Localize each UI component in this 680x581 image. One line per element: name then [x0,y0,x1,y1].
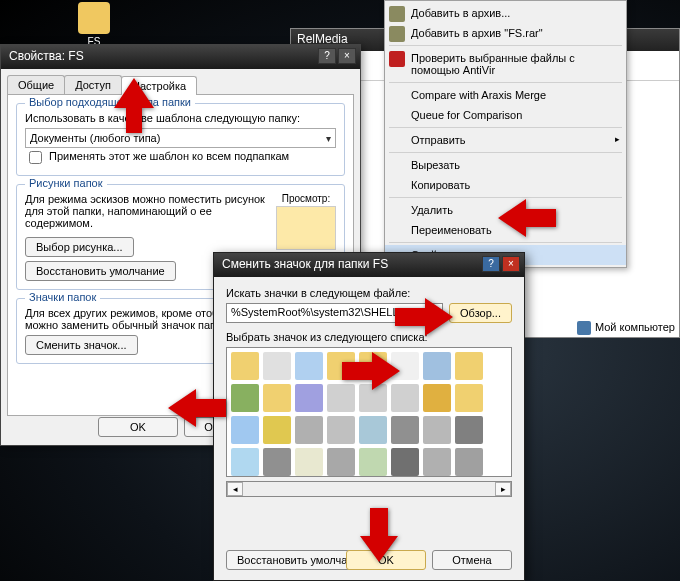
ctx-separator [389,127,622,128]
ctx-separator [389,82,622,83]
antivir-icon [389,51,405,67]
group-folder-icons-title: Значки папок [25,291,100,303]
icon-list-item[interactable] [423,416,451,444]
icon-list-item[interactable] [391,384,419,412]
ctx-copy[interactable]: Копировать [385,175,626,195]
context-menu: Добавить в архив... Добавить в архив "FS… [384,0,627,268]
computer-icon [577,321,591,335]
search-in-file-label: Искать значки в следующем файле: [226,287,512,299]
icon-list-item[interactable] [327,416,355,444]
archive-icon [389,26,405,42]
group-folder-pictures-title: Рисунки папок [25,177,107,189]
icon-list-item[interactable] [455,352,483,380]
group-folder-type: Выбор подходящего типа папки Использоват… [16,103,345,176]
change-icon-titlebar[interactable]: Сменить значок для папки FS ? × [214,253,524,277]
browse-button[interactable]: Обзор... [449,303,512,323]
template-label: Использовать в качестве шаблона следующу… [25,112,336,124]
tab-general[interactable]: Общие [7,75,65,94]
icon-list-item[interactable] [263,416,291,444]
icon-list-item[interactable] [391,416,419,444]
icon-list-item[interactable] [295,384,323,412]
icon-list-item[interactable] [295,416,323,444]
help-button[interactable]: ? [318,48,336,64]
icon-list-item[interactable] [423,384,451,412]
icon-list-item[interactable] [455,448,483,476]
ctx-check-antivir[interactable]: Проверить выбранные файлы с помощью Anti… [385,48,626,80]
icon-list-item[interactable] [231,352,259,380]
archive-icon [389,6,405,22]
ctx-send-to[interactable]: Отправить [385,130,626,150]
icon-path-input[interactable]: %SystemRoot%\system32\SHELL32.dll [226,303,443,323]
close-button[interactable]: × [338,48,356,64]
ctx-separator [389,242,622,243]
icon-list-item[interactable] [327,352,355,380]
icon-list-item[interactable] [263,448,291,476]
template-combobox[interactable]: Документы (любого типа) [25,128,336,148]
folder-icon [78,2,110,34]
tab-settings[interactable]: Настройка [121,76,197,95]
ctx-rename[interactable]: Переименовать [385,220,626,240]
apply-subfolders-input[interactable] [29,151,42,164]
icon-list-item[interactable] [327,448,355,476]
preview-label: Просмотр: [276,193,336,204]
change-icon-cancel-button[interactable]: Отмена [432,550,512,570]
icon-list-item[interactable] [263,384,291,412]
group-folder-type-title: Выбор подходящего типа папки [25,96,195,108]
change-icon-button[interactable]: Сменить значок... [25,335,138,355]
ctx-add-archive-fs[interactable]: Добавить в архив "FS.rar" [385,23,626,43]
icon-list-item[interactable] [359,352,387,380]
choose-picture-button[interactable]: Выбор рисунка... [25,237,134,257]
help-button[interactable]: ? [482,256,500,272]
icon-list-item[interactable] [263,352,291,380]
icon-list-item[interactable] [423,352,451,380]
tab-strip: Общие Доступ Настройка [1,69,360,94]
ctx-separator [389,45,622,46]
change-icon-dialog: Сменить значок для папки FS ? × Искать з… [213,252,525,581]
ctx-queue-compare[interactable]: Queue for Comparison [385,105,626,125]
icon-list-item[interactable] [359,448,387,476]
properties-titlebar[interactable]: Свойства: FS ? × [1,45,360,69]
icon-list-item[interactable] [327,384,355,412]
icon-list-item[interactable] [231,448,259,476]
preview-thumbnail [276,206,336,250]
ctx-separator [389,197,622,198]
icon-list-item[interactable] [391,352,419,380]
icon-list-item[interactable] [231,384,259,412]
icon-list-item[interactable] [391,448,419,476]
icon-list-item[interactable] [455,416,483,444]
change-icon-ok-button[interactable]: OK [346,550,426,570]
icon-list-item[interactable] [295,448,323,476]
icon-list-scrollbar[interactable]: ◂ ▸ [226,481,512,497]
pictures-description: Для режима эскизов можно поместить рисун… [25,193,268,229]
desktop-folder-fs[interactable]: FS [70,2,118,47]
icon-list-item[interactable] [295,352,323,380]
scroll-right-button[interactable]: ▸ [495,482,511,496]
apply-subfolders-checkbox[interactable]: Применять этот же шаблон ко всем подпапк… [25,150,289,162]
icon-list-item[interactable] [359,384,387,412]
properties-ok-button[interactable]: OK [98,417,178,437]
close-button[interactable]: × [502,256,520,272]
icon-list-item[interactable] [455,384,483,412]
icon-list-item[interactable] [231,416,259,444]
icon-list-item[interactable] [359,416,387,444]
icon-list-item[interactable] [423,448,451,476]
ctx-add-archive[interactable]: Добавить в архив... [385,3,626,23]
change-icon-title-text: Сменить значок для папки FS [222,257,388,271]
ctx-cut[interactable]: Вырезать [385,155,626,175]
ctx-compare-araxis[interactable]: Compare with Araxis Merge [385,85,626,105]
status-my-computer: Мой компьютер [577,321,675,335]
ctx-separator [389,152,622,153]
scroll-left-button[interactable]: ◂ [227,482,243,496]
properties-title-text: Свойства: FS [9,49,84,63]
icon-list[interactable] [226,347,512,477]
restore-default-picture-button[interactable]: Восстановить умолчание [25,261,176,281]
ctx-delete[interactable]: Удалить [385,200,626,220]
select-icon-label: Выбрать значок из следующего списка: [226,331,512,343]
tab-access[interactable]: Доступ [64,75,122,94]
